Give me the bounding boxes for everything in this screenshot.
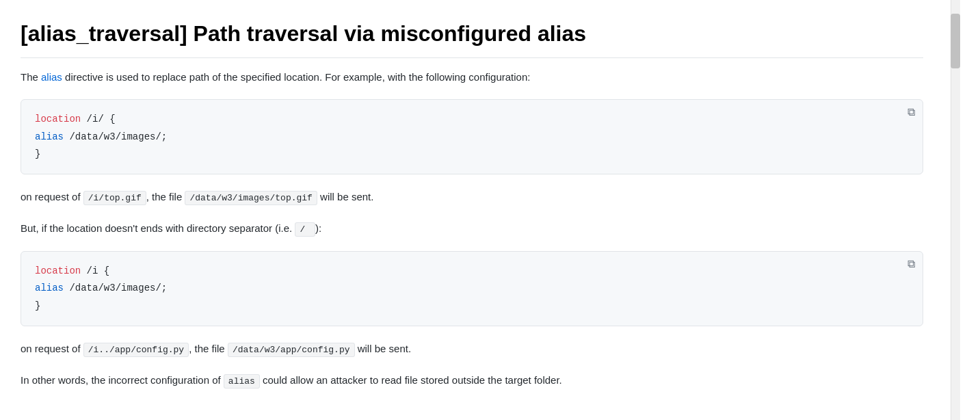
prose-3-code-1: /i../app/config.py bbox=[83, 343, 189, 357]
prose-1-after: will be sent. bbox=[317, 191, 374, 202]
prose-1-before: on request of bbox=[21, 191, 83, 202]
prose-paragraph-3: on request of /i../app/config.py, the fi… bbox=[21, 340, 923, 358]
alias-link[interactable]: alias bbox=[41, 71, 62, 83]
intro-paragraph: The alias directive is used to replace p… bbox=[21, 69, 923, 86]
scrollbar[interactable] bbox=[951, 0, 960, 420]
intro-before-link: The bbox=[21, 71, 41, 83]
prose-4-code: alias bbox=[224, 374, 260, 389]
code-2-line-1-rest: /i { bbox=[81, 265, 109, 276]
kw-alias-2: alias bbox=[35, 283, 64, 293]
code-line-2-rest: /data/w3/images/; bbox=[64, 131, 167, 142]
prose-4-before: In other words, the incorrect configurat… bbox=[21, 374, 224, 386]
prose-paragraph-1: on request of /i/top.gif, the file /data… bbox=[21, 188, 923, 206]
code-line-3: } bbox=[35, 146, 909, 163]
kw-alias-1: alias bbox=[35, 131, 64, 142]
scrollbar-thumb[interactable] bbox=[951, 14, 960, 68]
prose-3-code-2: /data/w3/app/config.py bbox=[228, 343, 355, 357]
prose-2-after: ): bbox=[315, 222, 321, 234]
code-2-line-2: alias /data/w3/images/; bbox=[35, 280, 909, 297]
prose-paragraph-4: In other words, the incorrect configurat… bbox=[21, 371, 923, 389]
code-line-1-rest: /i/ { bbox=[81, 114, 115, 124]
page-title: [alias_traversal] Path traversal via mis… bbox=[21, 21, 923, 58]
prose-3-middle: , the file bbox=[189, 343, 228, 354]
code-line-2: alias /data/w3/images/; bbox=[35, 129, 909, 146]
prose-1-code-1: /i/top.gif bbox=[83, 191, 146, 205]
prose-4-after: could allow an attacker to read file sto… bbox=[260, 374, 562, 386]
code-block-2-wrapper: location /i { alias /data/w3/images/; } … bbox=[21, 251, 923, 326]
intro-after-link: directive is used to replace path of the… bbox=[62, 71, 531, 83]
code-block-2: location /i { alias /data/w3/images/; } bbox=[21, 251, 923, 326]
code-2-line-1: location /i { bbox=[35, 263, 909, 280]
prose-paragraph-2: But, if the location doesn't ends with d… bbox=[21, 220, 923, 237]
prose-1-code-2: /data/w3/images/top.gif bbox=[185, 191, 317, 205]
prose-3-after: will be sent. bbox=[355, 343, 412, 354]
code-block-1-wrapper: location /i/ { alias /data/w3/images/; }… bbox=[21, 99, 923, 174]
copy-button-1[interactable]: ⧉ bbox=[908, 106, 915, 118]
prose-2-code: / bbox=[295, 222, 315, 237]
prose-1-middle: , the file bbox=[146, 191, 185, 202]
code-block-1: location /i/ { alias /data/w3/images/; } bbox=[21, 99, 923, 174]
prose-2-before: But, if the location doesn't ends with d… bbox=[21, 222, 295, 234]
code-line-1: location /i/ { bbox=[35, 111, 909, 128]
kw-location-1: location bbox=[35, 114, 81, 124]
code-2-line-3: } bbox=[35, 298, 909, 315]
kw-location-2: location bbox=[35, 265, 81, 276]
copy-button-2[interactable]: ⧉ bbox=[908, 258, 915, 270]
prose-3-before: on request of bbox=[21, 343, 83, 354]
code-2-line-2-rest: /data/w3/images/; bbox=[64, 283, 167, 293]
